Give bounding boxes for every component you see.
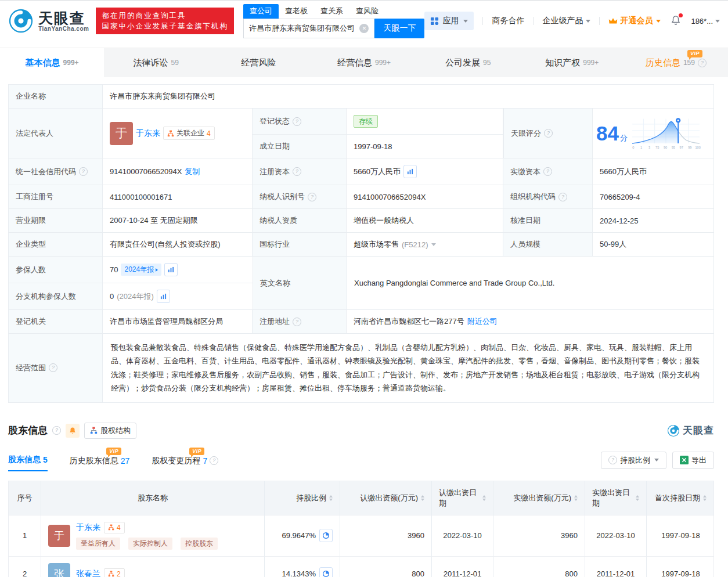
industry-code: (F5212) (402, 240, 428, 249)
help-icon[interactable] (49, 363, 57, 372)
sort-icon[interactable] (482, 495, 486, 501)
related-companies-badge[interactable]: 关联企业 4 (163, 127, 215, 140)
pie-chart-icon[interactable] (319, 529, 333, 542)
taxpayer-id-label: 纳税人识别号 (260, 192, 305, 202)
col-subscribed-amount[interactable]: 认缴出资额(万元) (340, 481, 432, 515)
tab-history-shareholders[interactable]: VIP 历史股东信息 27 (70, 456, 130, 471)
search-input[interactable]: 许昌市胖东来商贸集团有限公司 (243, 19, 375, 38)
tab-history-info[interactable]: VIP 历史信息 159 (624, 48, 728, 77)
help-icon[interactable] (544, 129, 553, 138)
sort-icon[interactable] (329, 495, 333, 501)
search-button[interactable]: 天眼一下 (374, 19, 424, 38)
legal-rep-avatar[interactable]: 于 (110, 122, 133, 145)
search-tab-relations[interactable]: 查关系 (314, 4, 349, 19)
shareholder-name-cell: 张 张春兰 2 (41, 557, 265, 577)
col-first-holding-date[interactable]: 首次持股日期 (647, 481, 715, 515)
help-icon[interactable] (293, 117, 301, 126)
row-index: 1 (9, 515, 41, 556)
tab-company-development[interactable]: 公司发展 95 (416, 48, 520, 77)
search-tab-risk[interactable]: 查风险 (349, 4, 385, 19)
org-chart-icon (108, 571, 114, 577)
pie-chart-icon[interactable] (319, 567, 333, 577)
help-icon[interactable] (52, 426, 61, 435)
tab-legal-proceedings[interactable]: 法律诉讼 59 (104, 48, 208, 77)
col-ratio[interactable]: 持股比例 (265, 481, 340, 515)
tab-basic-info[interactable]: 基本信息 999+ (0, 48, 104, 77)
tab-count: 95 (483, 59, 491, 67)
shareholder-name-link[interactable]: 张春兰 (76, 569, 100, 577)
paid-amount: 3960 (493, 515, 585, 556)
sort-icon[interactable] (703, 495, 707, 501)
row-business-scope: 经营范围 预包装食品兼散装食品、特殊食品销售（保健食品、特殊医学用途配方食品）、… (9, 334, 713, 402)
shareholder-avatar[interactable]: 张 (48, 563, 70, 577)
user-account[interactable]: 186*... (691, 17, 720, 26)
grid-apps-icon (430, 17, 439, 26)
company-type-label: 企业类型 (9, 233, 103, 256)
help-icon[interactable] (79, 167, 88, 176)
equity-structure-button[interactable]: 股权结构 (84, 423, 136, 439)
company-info-table: 企业名称 许昌市胖东来商贸集团有限公司 法定代表人 于 于东来 关联企业 4 登… (8, 84, 714, 403)
tag-actual-controller: 实际控制人 (128, 538, 172, 550)
notification-bell[interactable] (671, 15, 681, 27)
search-tabs: 查公司 查老板 查关系 查风险 (243, 4, 425, 19)
help-icon[interactable] (210, 456, 218, 465)
taxpayer-qualification-value: 增值税一般纳税人 (347, 209, 503, 232)
row-legal-rep: 法定代表人 于 于东来 关联企业 4 登记状态 存续 (9, 109, 713, 158)
tab-equity-change-history[interactable]: VIP 股权变更历程 7 (152, 456, 218, 471)
related-companies-badge[interactable]: 2 (104, 568, 125, 577)
col-paid-date[interactable]: 实缴出资日期 (585, 481, 647, 515)
apps-menu[interactable]: 应用 (424, 12, 474, 30)
help-icon[interactable] (293, 318, 301, 326)
help-icon[interactable] (308, 193, 316, 201)
row-company-name: 企业名称 许昌市胖东来商贸集团有限公司 (9, 85, 713, 109)
col-paid-amount[interactable]: 实缴出资额(万元) (493, 481, 585, 515)
approval-date-label: 核准日期 (503, 209, 593, 232)
sort-icon[interactable] (421, 495, 424, 501)
shareholders-table: 序号 股东名称 持股比例 认缴出资额(万元) 认缴出资日期 实缴出资额(万元) … (8, 481, 714, 577)
sort-icon[interactable] (636, 495, 639, 501)
legal-rep-name-link[interactable]: 于东来 (136, 128, 160, 139)
trend-chart-icon[interactable] (403, 165, 417, 178)
shareholder-avatar[interactable]: 于 (48, 525, 70, 547)
shareholder-name-link[interactable]: 于东来 (76, 522, 100, 533)
help-icon[interactable] (293, 167, 301, 176)
english-name-value: Xuchang Pangdonglai Commerce and Trade G… (347, 257, 713, 309)
copy-link[interactable]: 复制 (185, 167, 200, 177)
tianyancha-logo[interactable]: 天眼查 TianYanCha.com (8, 8, 89, 34)
nav-open-vip[interactable]: 开通会员 (608, 16, 661, 26)
tab-label: 法律诉讼 (134, 57, 168, 68)
monitor-bell-button[interactable] (66, 424, 80, 438)
nav-enterprise-products[interactable]: 企业级产品 (542, 16, 590, 26)
trend-chart-icon[interactable] (157, 290, 170, 303)
nearby-companies-link[interactable]: 附近公司 (467, 316, 498, 327)
nav-vip-label: 开通会员 (620, 16, 653, 26)
search-tab-boss[interactable]: 查老板 (279, 4, 314, 19)
business-scope-label: 经营范围 (16, 363, 46, 373)
svg-text:3: 3 (648, 146, 650, 149)
reg-capital-value: 5660万人民币 (354, 167, 401, 177)
tab-operational-risk[interactable]: 经营风险 (208, 48, 312, 77)
help-icon[interactable] (698, 59, 707, 67)
holding-ratio-button[interactable]: 持股比例 (601, 452, 666, 469)
col-subscribed-date[interactable]: 认缴出资日期 (432, 481, 493, 515)
export-button[interactable]: 导出 (672, 452, 714, 469)
paid-amount: 800 (493, 557, 585, 577)
related-companies-badge[interactable]: 4 (104, 522, 125, 533)
help-icon[interactable] (543, 167, 552, 176)
tab-shareholder-info[interactable]: 股东信息 5 (8, 455, 48, 471)
logo-subtitle: TianYanCha.com (38, 26, 89, 32)
tag-beneficial-owner: 受益所有人 (76, 538, 120, 550)
nav-business-cooperation[interactable]: 商务合作 (492, 16, 524, 26)
table-row: 1 于 于东来 4 (9, 515, 713, 556)
clear-icon[interactable] (359, 24, 369, 33)
search-tab-company[interactable]: 查公司 (243, 4, 279, 19)
chevron-down-icon[interactable] (431, 243, 436, 246)
trend-chart-icon[interactable] (164, 263, 178, 276)
sort-icon[interactable] (574, 495, 578, 501)
tab-intellectual-property[interactable]: 知识产权 999+ (520, 48, 624, 77)
help-icon[interactable] (558, 193, 567, 201)
annual-report-link[interactable]: 2024年报 (121, 264, 161, 276)
business-scope-value: 预包装食品兼散装食品、特殊食品销售（保健食品、特殊医学用途配方食品）、乳制品（含… (103, 334, 713, 402)
tab-business-info[interactable]: 经营信息 999+ (312, 48, 416, 77)
svg-text:99: 99 (688, 146, 691, 149)
